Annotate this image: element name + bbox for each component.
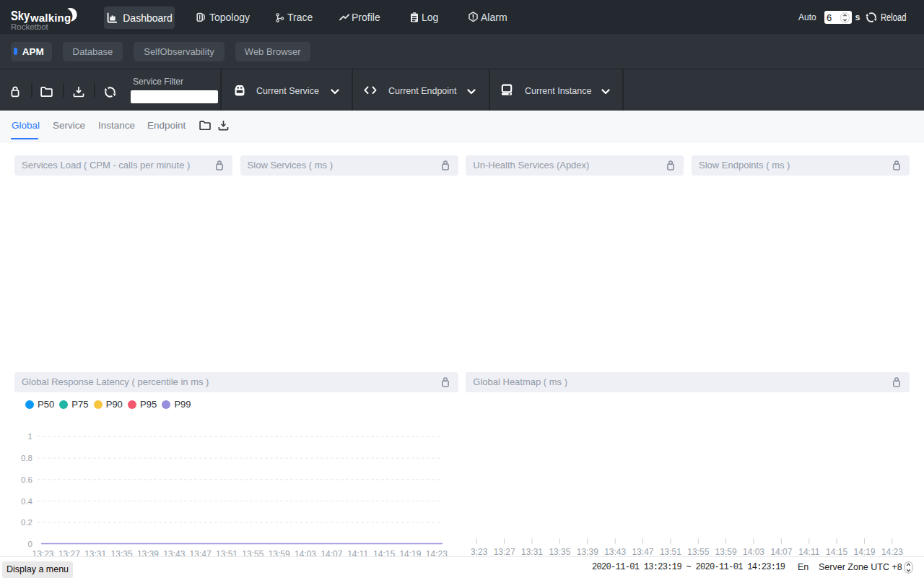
svg-text:0.6: 0.6 — [21, 475, 32, 484]
svg-text:13:55: 13:55 — [687, 547, 709, 557]
svg-text:13:51: 13:51 — [216, 549, 237, 559]
svg-text:13:43: 13:43 — [163, 549, 185, 559]
svg-text:0.2: 0.2 — [21, 518, 32, 527]
svg-text:13:59: 13:59 — [269, 549, 290, 559]
svg-text:13:39: 13:39 — [577, 547, 598, 557]
svg-text:13:39: 13:39 — [137, 549, 159, 559]
svg-text:13:35: 13:35 — [111, 549, 133, 559]
svg-text:14:07: 14:07 — [321, 549, 342, 559]
svg-text:13:35: 13:35 — [549, 547, 570, 557]
svg-text:14:19: 14:19 — [399, 549, 421, 559]
svg-text:14:03: 14:03 — [295, 549, 316, 559]
svg-text:13:31: 13:31 — [521, 547, 543, 557]
svg-text:13:31: 13:31 — [84, 549, 106, 559]
svg-text:0.4: 0.4 — [21, 497, 33, 506]
svg-text:13:51: 13:51 — [660, 547, 681, 557]
svg-text:14:23: 14:23 — [426, 549, 448, 559]
svg-text:13:47: 13:47 — [190, 549, 212, 559]
svg-text:14:23: 14:23 — [881, 547, 903, 557]
svg-text:14:03: 14:03 — [743, 547, 764, 557]
svg-text:13:55: 13:55 — [242, 549, 263, 559]
svg-text:13:27: 13:27 — [494, 547, 515, 557]
svg-text:14:15: 14:15 — [373, 549, 395, 559]
svg-text:14:15: 14:15 — [826, 547, 847, 557]
svg-text:14:11: 14:11 — [798, 547, 819, 557]
svg-text:14:07: 14:07 — [770, 547, 792, 557]
svg-text:13:23: 13:23 — [471, 547, 488, 557]
svg-text:0: 0 — [28, 540, 32, 548]
svg-text:13:47: 13:47 — [632, 547, 653, 557]
svg-text:14:11: 14:11 — [347, 549, 368, 559]
svg-text:13:27: 13:27 — [58, 549, 80, 559]
svg-text:13:43: 13:43 — [604, 547, 626, 557]
svg-text:14:19: 14:19 — [853, 547, 875, 557]
svg-text:13:59: 13:59 — [715, 547, 737, 557]
svg-text:13:23: 13:23 — [32, 549, 53, 559]
svg-text:0.8: 0.8 — [21, 454, 32, 462]
svg-text:1: 1 — [28, 432, 32, 441]
